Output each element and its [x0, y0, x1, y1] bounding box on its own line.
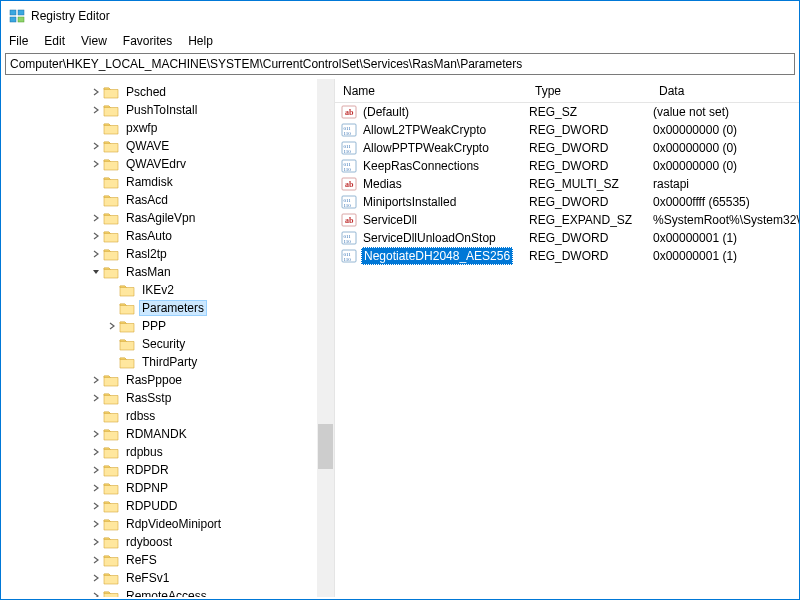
chevron-right-icon[interactable] [89, 444, 103, 460]
tree-node-label[interactable]: RasAuto [123, 228, 175, 244]
tree-node-label[interactable]: ReFS [123, 552, 160, 568]
col-header-data[interactable]: Data [651, 80, 799, 102]
tree-node[interactable]: RDPDR [5, 461, 334, 479]
value-name[interactable]: AllowL2TPWeakCrypto [361, 122, 488, 138]
tree-node[interactable]: RasMan [5, 263, 334, 281]
values-header[interactable]: Name Type Data [335, 79, 799, 103]
chevron-right-icon[interactable] [89, 102, 103, 118]
value-row[interactable]: KeepRasConnectionsREG_DWORD0x00000000 (0… [335, 157, 799, 175]
tree-node[interactable]: RDPNP [5, 479, 334, 497]
tree-node[interactable]: rdbss [5, 407, 334, 425]
tree-node[interactable]: RasAuto [5, 227, 334, 245]
tree-node[interactable]: pxwfp [5, 119, 334, 137]
tree-node-label[interactable]: RdpVideoMiniport [123, 516, 224, 532]
tree-node-label[interactable]: Rasl2tp [123, 246, 170, 262]
chevron-right-icon[interactable] [89, 228, 103, 244]
value-name[interactable]: Medias [361, 176, 404, 192]
tree-node-label[interactable]: Security [139, 336, 188, 352]
value-name[interactable]: ServiceDll [361, 212, 419, 228]
tree-node[interactable]: PushToInstall [5, 101, 334, 119]
value-name[interactable]: AllowPPTPWeakCrypto [361, 140, 491, 156]
value-row[interactable]: ServiceDllUnloadOnStopREG_DWORD0x0000000… [335, 229, 799, 247]
col-header-name[interactable]: Name [335, 80, 527, 102]
value-row[interactable]: AllowPPTPWeakCryptoREG_DWORD0x00000000 (… [335, 139, 799, 157]
tree-node[interactable]: Ramdisk [5, 173, 334, 191]
tree-node-label[interactable]: RDMANDK [123, 426, 190, 442]
tree-node-label[interactable]: RasPppoe [123, 372, 185, 388]
value-row[interactable]: MediasREG_MULTI_SZrastapi [335, 175, 799, 193]
tree-node-label[interactable]: ReFSv1 [123, 570, 172, 586]
tree-node-label[interactable]: rdbss [123, 408, 158, 424]
tree-node-label[interactable]: ThirdParty [139, 354, 200, 370]
chevron-right-icon[interactable] [89, 462, 103, 478]
value-name[interactable]: KeepRasConnections [361, 158, 481, 174]
tree-scroll-thumb[interactable] [318, 424, 333, 469]
tree-node-label[interactable]: RasAcd [123, 192, 171, 208]
col-header-type[interactable]: Type [527, 80, 651, 102]
tree-node-label[interactable]: RasSstp [123, 390, 174, 406]
address-bar[interactable]: Computer\HKEY_LOCAL_MACHINE\SYSTEM\Curre… [5, 53, 795, 75]
tree-node[interactable]: QWAVE [5, 137, 334, 155]
value-row[interactable]: MiniportsInstalledREG_DWORD0x0000ffff (6… [335, 193, 799, 211]
chevron-right-icon[interactable] [89, 246, 103, 262]
menu-edit[interactable]: Edit [36, 32, 73, 50]
tree-node-label[interactable]: rdpbus [123, 444, 166, 460]
chevron-down-icon[interactable] [89, 264, 103, 280]
chevron-right-icon[interactable] [89, 498, 103, 514]
value-name[interactable]: (Default) [361, 104, 411, 120]
chevron-right-icon[interactable] [89, 390, 103, 406]
registry-tree[interactable]: PschedPushToInstallpxwfpQWAVEQWAVEdrvRam… [1, 83, 334, 597]
chevron-right-icon[interactable] [89, 84, 103, 100]
values-pane[interactable]: Name Type Data (Default)REG_SZ(value not… [335, 79, 799, 597]
tree-node-label[interactable]: Parameters [139, 300, 207, 316]
tree-node[interactable]: RemoteAccess [5, 587, 334, 597]
tree-node-label[interactable]: IKEv2 [139, 282, 177, 298]
tree-node[interactable]: Psched [5, 83, 334, 101]
tree-node[interactable]: IKEv2 [5, 281, 334, 299]
menu-view[interactable]: View [73, 32, 115, 50]
chevron-right-icon[interactable] [89, 480, 103, 496]
chevron-right-icon[interactable] [89, 552, 103, 568]
chevron-right-icon[interactable] [89, 156, 103, 172]
value-name[interactable]: MiniportsInstalled [361, 194, 458, 210]
tree-node-label[interactable]: PPP [139, 318, 169, 334]
tree-node-label[interactable]: Psched [123, 84, 169, 100]
tree-node[interactable]: QWAVEdrv [5, 155, 334, 173]
tree-scrollbar[interactable] [317, 79, 334, 597]
chevron-right-icon[interactable] [89, 372, 103, 388]
value-row[interactable]: NegotiateDH2048_AES256REG_DWORD0x0000000… [335, 247, 799, 265]
chevron-right-icon[interactable] [89, 516, 103, 532]
tree-node[interactable]: RasPppoe [5, 371, 334, 389]
chevron-right-icon[interactable] [89, 426, 103, 442]
tree-node[interactable]: RdpVideoMiniport [5, 515, 334, 533]
tree-node[interactable]: rdyboost [5, 533, 334, 551]
tree-node[interactable]: RDPUDD [5, 497, 334, 515]
menu-help[interactable]: Help [180, 32, 221, 50]
tree-node[interactable]: RasSstp [5, 389, 334, 407]
tree-node-label[interactable]: RDPDR [123, 462, 172, 478]
tree-node-label[interactable]: RDPUDD [123, 498, 180, 514]
tree-node-label[interactable]: QWAVE [123, 138, 172, 154]
values-list[interactable]: (Default)REG_SZ(value not set)AllowL2TPW… [335, 103, 799, 265]
tree-node[interactable]: Parameters [5, 299, 334, 317]
tree-node[interactable]: rdpbus [5, 443, 334, 461]
tree-node-label[interactable]: RasMan [123, 264, 174, 280]
tree-node-label[interactable]: PushToInstall [123, 102, 200, 118]
tree-pane[interactable]: PschedPushToInstallpxwfpQWAVEQWAVEdrvRam… [1, 79, 335, 597]
value-name[interactable]: NegotiateDH2048_AES256 [361, 247, 513, 265]
tree-node-label[interactable]: QWAVEdrv [123, 156, 189, 172]
tree-node-label[interactable]: RemoteAccess [123, 588, 210, 597]
chevron-right-icon[interactable] [89, 570, 103, 586]
tree-node[interactable]: ReFSv1 [5, 569, 334, 587]
chevron-right-icon[interactable] [89, 210, 103, 226]
tree-node[interactable]: ReFS [5, 551, 334, 569]
tree-node[interactable]: ThirdParty [5, 353, 334, 371]
value-row[interactable]: ServiceDllREG_EXPAND_SZ%SystemRoot%\Syst… [335, 211, 799, 229]
tree-node[interactable]: Security [5, 335, 334, 353]
chevron-right-icon[interactable] [89, 588, 103, 597]
menu-favorites[interactable]: Favorites [115, 32, 180, 50]
chevron-right-icon[interactable] [105, 318, 119, 334]
tree-node[interactable]: RasAcd [5, 191, 334, 209]
tree-node[interactable]: RDMANDK [5, 425, 334, 443]
tree-node-label[interactable]: pxwfp [123, 120, 160, 136]
